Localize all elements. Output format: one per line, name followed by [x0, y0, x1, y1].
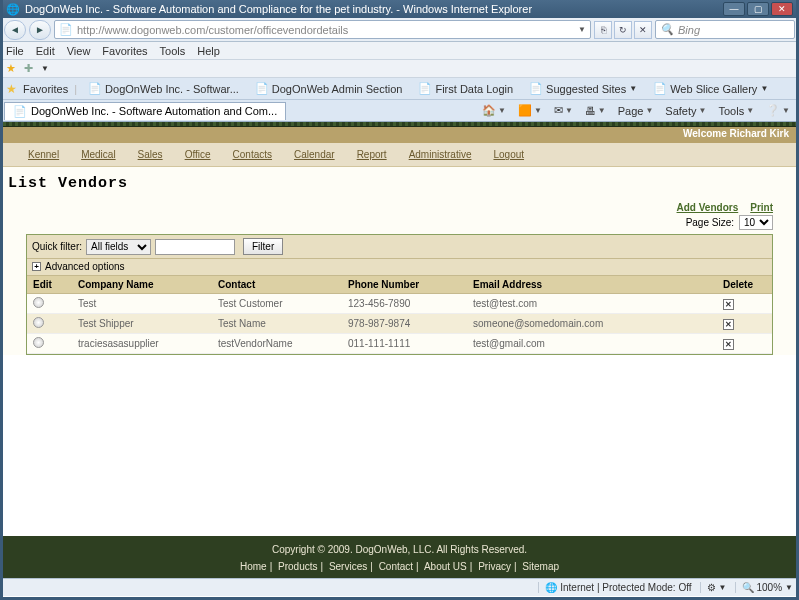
add-fav-icon[interactable]: ✚: [24, 62, 33, 75]
url-input[interactable]: [77, 24, 574, 36]
fav-icon-row: ★ ✚ ▼: [0, 60, 799, 78]
home-button[interactable]: 🏠▼: [477, 102, 511, 119]
favlink-1[interactable]: 📄DogOnWeb Admin Section: [250, 80, 408, 97]
main-nav: Kennel Medical Sales Office Contacts Cal…: [0, 143, 799, 166]
table-row: Test Test Customer 123-456-7890 test@tes…: [27, 294, 772, 314]
nav-medical[interactable]: Medical: [81, 149, 115, 160]
cell-email: test@gmail.com: [467, 334, 717, 354]
cell-company: Test: [72, 294, 212, 314]
back-button[interactable]: ◄: [4, 20, 26, 40]
add-vendors-link[interactable]: Add Vendors: [677, 202, 739, 213]
page-icon: 📄: [59, 23, 73, 36]
cell-email: test@test.com: [467, 294, 717, 314]
edit-icon[interactable]: [33, 317, 44, 328]
col-contact[interactable]: Contact: [212, 276, 342, 294]
minimize-button[interactable]: —: [723, 2, 745, 16]
cell-contact: testVendorName: [212, 334, 342, 354]
nav-kennel[interactable]: Kennel: [28, 149, 59, 160]
menu-bar: File Edit View Favorites Tools Help: [0, 42, 799, 60]
print-link[interactable]: Print: [750, 202, 773, 213]
window-title: DogOnWeb Inc. - Software Automation and …: [25, 3, 532, 15]
favlink-2[interactable]: 📄First Data Login: [413, 80, 518, 97]
favlink-3[interactable]: 📄Suggested Sites▼: [524, 80, 642, 97]
favorites-label: Favorites: [23, 83, 68, 95]
status-bar: 🌐Internet | Protected Mode: Off ⚙▼ 🔍100%…: [0, 578, 799, 596]
nav-report[interactable]: Report: [357, 149, 387, 160]
zoom-icon[interactable]: 🔍: [742, 582, 754, 593]
footer-link-contact[interactable]: Contact: [379, 561, 413, 572]
pagesize-select[interactable]: 10: [739, 215, 773, 230]
close-button[interactable]: ✕: [771, 2, 793, 16]
search-placeholder: Bing: [678, 24, 700, 36]
page-footer: Copyright © 2009. DogOnWeb, LLC. All Rig…: [0, 536, 799, 580]
col-delete[interactable]: Delete: [717, 276, 772, 294]
footer-link-about[interactable]: About US: [424, 561, 467, 572]
col-phone[interactable]: Phone Number: [342, 276, 467, 294]
cell-contact: Test Customer: [212, 294, 342, 314]
tools-menu[interactable]: Tools▼: [713, 103, 759, 119]
filter-field-select[interactable]: All fields: [86, 239, 151, 255]
print-button[interactable]: 🖶▼: [580, 103, 611, 119]
nav-sales[interactable]: Sales: [138, 149, 163, 160]
menu-view[interactable]: View: [67, 45, 91, 57]
filter-button[interactable]: Filter: [243, 238, 283, 255]
star-icon[interactable]: ★: [6, 62, 16, 75]
safety-menu[interactable]: Safety▼: [660, 103, 711, 119]
vendors-grid: Edit Company Name Contact Phone Number E…: [27, 276, 772, 354]
footer-link-home[interactable]: Home: [240, 561, 267, 572]
favlink-0[interactable]: 📄DogOnWeb Inc. - Softwar...: [83, 80, 244, 97]
menu-file[interactable]: File: [6, 45, 24, 57]
maximize-button[interactable]: ▢: [747, 2, 769, 16]
favlink-4[interactable]: 📄Web Slice Gallery▼: [648, 80, 773, 97]
page-menu[interactable]: Page▼: [613, 103, 659, 119]
nav-office[interactable]: Office: [185, 149, 211, 160]
menu-favorites[interactable]: Favorites: [102, 45, 147, 57]
protected-icon[interactable]: ⚙: [707, 582, 716, 593]
feeds-button[interactable]: 🟧▼: [513, 102, 547, 119]
compat-button[interactable]: ⎘: [594, 21, 612, 39]
advanced-toggle-icon[interactable]: +: [32, 262, 41, 271]
browser-tab[interactable]: 📄 DogOnWeb Inc. - Software Automation an…: [4, 102, 286, 120]
edit-icon[interactable]: [33, 297, 44, 308]
cell-email: someone@somedomain.com: [467, 314, 717, 334]
advanced-options-link[interactable]: Advanced options: [45, 261, 125, 272]
zone-text: Internet | Protected Mode: Off: [560, 582, 691, 593]
search-box[interactable]: 🔍 Bing: [655, 20, 795, 39]
chevron-down-icon[interactable]: ▼: [41, 64, 49, 73]
delete-icon[interactable]: ✕: [723, 339, 734, 350]
cell-phone: 123-456-7890: [342, 294, 467, 314]
col-company[interactable]: Company Name: [72, 276, 212, 294]
footer-link-sitemap[interactable]: Sitemap: [522, 561, 559, 572]
refresh-button[interactable]: ↻: [614, 21, 632, 39]
help-button[interactable]: ❔▼: [761, 102, 795, 119]
favorites-star-icon: ★: [6, 82, 17, 96]
forward-button[interactable]: ►: [29, 20, 51, 40]
stop-button[interactable]: ✕: [634, 21, 652, 39]
search-icon: 🔍: [660, 23, 674, 36]
dropdown-icon[interactable]: ▼: [578, 25, 586, 34]
menu-tools[interactable]: Tools: [160, 45, 186, 57]
delete-icon[interactable]: ✕: [723, 299, 734, 310]
delete-icon[interactable]: ✕: [723, 319, 734, 330]
welcome-bar: Welcome Richard Kirk: [0, 127, 799, 143]
col-email[interactable]: Email Address: [467, 276, 717, 294]
nav-admin[interactable]: Administrative: [409, 149, 472, 160]
nav-calendar[interactable]: Calendar: [294, 149, 335, 160]
menu-help[interactable]: Help: [197, 45, 220, 57]
nav-contacts[interactable]: Contacts: [233, 149, 272, 160]
menu-edit[interactable]: Edit: [36, 45, 55, 57]
copyright: Copyright © 2009. DogOnWeb, LLC. All Rig…: [0, 544, 799, 555]
col-edit[interactable]: Edit: [27, 276, 72, 294]
pagesize-label: Page Size:: [686, 217, 734, 228]
mail-button[interactable]: ✉▼: [549, 102, 578, 119]
globe-icon: 🌐: [545, 582, 557, 593]
footer-link-services[interactable]: Services: [329, 561, 367, 572]
footer-link-products[interactable]: Products: [278, 561, 317, 572]
nav-logout[interactable]: Logout: [493, 149, 524, 160]
edit-icon[interactable]: [33, 337, 44, 348]
address-bar[interactable]: 📄 ▼: [54, 20, 591, 39]
filter-value-input[interactable]: [155, 239, 235, 255]
cell-company: Test Shipper: [72, 314, 212, 334]
zoom-text: 100%: [757, 582, 783, 593]
footer-link-privacy[interactable]: Privacy: [478, 561, 511, 572]
